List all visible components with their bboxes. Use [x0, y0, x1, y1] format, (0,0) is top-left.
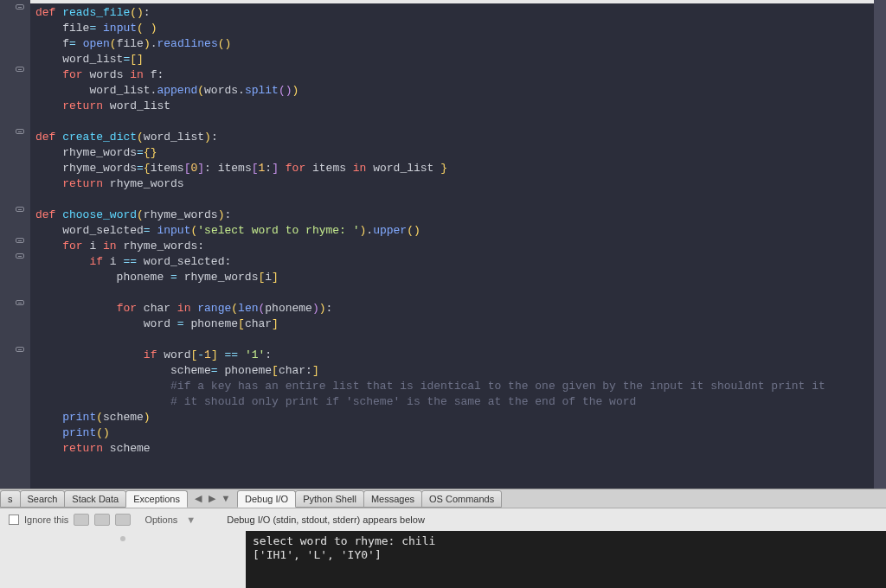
bottom-panel: s Search Stack Data Exceptions ◀ ▶ ▼ Deb… — [0, 489, 886, 588]
tabs-row: s Search Stack Data Exceptions ◀ ▶ ▼ Deb… — [0, 489, 886, 508]
fold-marker[interactable] — [16, 300, 24, 305]
console-line: select word to rhyme: chili — [253, 534, 879, 548]
tool-icon-1[interactable] — [74, 514, 89, 526]
nav-down-icon[interactable]: ▼ — [220, 493, 232, 504]
options-dropdown-icon[interactable]: ▼ — [186, 514, 196, 525]
fold-marker[interactable] — [16, 4, 24, 10]
console-left-pane — [0, 531, 246, 588]
tab-search[interactable]: Search — [20, 490, 66, 508]
console-line: ['IH1', 'L', 'IY0'] — [253, 548, 879, 562]
tab-messages[interactable]: Messages — [363, 490, 422, 508]
tab-os-commands[interactable]: OS Commands — [421, 490, 502, 508]
ignore-label: Ignore this — [24, 514, 68, 525]
fold-marker[interactable] — [16, 67, 24, 72]
nav-prev-icon[interactable]: ◀ — [192, 493, 204, 504]
code-content[interactable]: def reads_file(): file= input( ) f= open… — [30, 0, 874, 489]
fold-marker[interactable] — [16, 207, 24, 212]
gutter — [0, 0, 30, 489]
resize-handle-icon[interactable] — [120, 536, 125, 541]
editor-area: def reads_file(): file= input( ) f= open… — [0, 0, 886, 489]
tab-stack-data[interactable]: Stack Data — [64, 490, 126, 508]
fold-marker[interactable] — [16, 129, 24, 134]
tool-icon-2[interactable] — [94, 514, 110, 526]
editor-scrollbar[interactable] — [874, 0, 886, 489]
tab-exceptions[interactable]: Exceptions — [125, 490, 188, 508]
console-area: select word to rhyme: chili['IH1', 'L', … — [0, 531, 886, 588]
nav-arrows: ◀ ▶ ▼ — [187, 493, 237, 504]
options-row: Ignore this Options ▼ Debug I/O (stdin, … — [0, 508, 886, 531]
fold-marker[interactable] — [16, 238, 24, 243]
console-output[interactable]: select word to rhyme: chili['IH1', 'L', … — [246, 531, 886, 588]
tab-prev-partial[interactable]: s — [0, 490, 21, 508]
fold-marker[interactable] — [16, 253, 24, 259]
fold-marker[interactable] — [16, 347, 24, 352]
options-label[interactable]: Options — [144, 514, 177, 525]
ignore-checkbox[interactable] — [9, 514, 19, 525]
debug-io-status: Debug I/O (stdin, stdout, stderr) appear… — [227, 514, 425, 525]
tool-icon-3[interactable] — [115, 514, 131, 526]
tab-debug-io[interactable]: Debug I/O — [237, 490, 296, 508]
tab-python-shell[interactable]: Python Shell — [295, 490, 364, 508]
nav-next-icon[interactable]: ▶ — [206, 493, 218, 504]
